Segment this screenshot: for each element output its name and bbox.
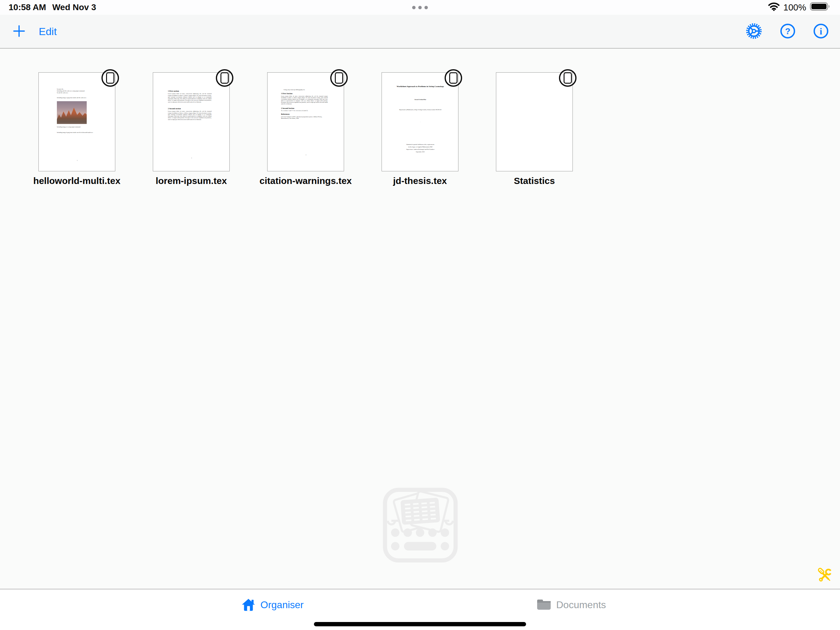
file-card-citation-warnings[interactable]: Citing entry from my bibliography [1]. 1… <box>267 72 344 171</box>
clock: 10:58 AM <box>9 2 46 12</box>
wrench-screwdriver-icon <box>816 567 833 584</box>
document-thumbnail <box>496 72 573 171</box>
document-thumbnail: In main file... Including sub-file sub-a… <box>38 72 115 171</box>
file-name: citation-warnings.tex <box>259 176 352 186</box>
home-icon <box>242 598 256 611</box>
tools-button[interactable] <box>816 567 833 585</box>
battery-icon <box>810 2 830 13</box>
file-card-lorem-ipsum[interactable]: 1 First section Lorem ipsum dolor sit am… <box>153 72 230 171</box>
tab-organiser-label: Organiser <box>261 599 304 611</box>
preview-text: Including image-b.png from inside root f… <box>57 131 107 133</box>
add-button[interactable] <box>12 24 26 39</box>
multitasking-dots-icon[interactable] <box>412 6 428 9</box>
help-button[interactable]: ? <box>780 23 796 40</box>
app-logo-watermark-icon <box>381 486 460 566</box>
file-name: jd-thesis.tex <box>393 176 447 186</box>
tab-documents-label: Documents <box>556 599 606 611</box>
preview-text: Including image-a.png from inside sub-fi… <box>57 97 107 98</box>
mountain-image <box>57 101 87 124</box>
file-grid: In main file... Including sub-file sub-a… <box>38 72 573 171</box>
preview-text: Including image.tex using input command: <box>57 126 107 128</box>
document-thumbnail: Citing entry from my bibliography [1]. 1… <box>267 72 344 171</box>
date: Wed Nov 3 <box>52 2 96 12</box>
document-thumbnail: 1 First section Lorem ipsum dolor sit am… <box>153 72 230 171</box>
device-badge-icon <box>559 69 576 87</box>
svg-text:i: i <box>820 26 822 36</box>
wifi-icon <box>768 2 780 13</box>
edit-button[interactable]: Edit <box>39 25 57 38</box>
typeset-settings-button[interactable] <box>745 22 763 41</box>
tab-organiser[interactable]: Organiser <box>242 589 304 620</box>
info-button[interactable]: i <box>813 23 829 40</box>
device-badge-icon <box>445 69 462 87</box>
file-card-statistics[interactable]: Statistics <box>496 72 573 171</box>
info-icon: i <box>813 23 829 39</box>
gear-icon <box>745 22 763 40</box>
file-name: lorem-ipsum.tex <box>156 176 227 186</box>
file-card-helloworld-multi[interactable]: In main file... Including sub-file sub-a… <box>38 72 115 171</box>
svg-text:?: ? <box>785 27 790 36</box>
preview-text: In sub-file sub-a.tex. <box>57 92 103 93</box>
folder-icon <box>537 598 551 611</box>
device-badge-icon <box>330 69 348 87</box>
home-indicator[interactable] <box>314 622 526 626</box>
device-badge-icon <box>101 69 119 87</box>
tab-documents[interactable]: Documents <box>537 589 606 620</box>
battery-percent: 100% <box>783 2 806 13</box>
device-badge-icon <box>216 69 234 87</box>
plus-icon <box>12 24 26 38</box>
file-name: Statistics <box>514 176 555 186</box>
status-bar: 10:58 AM Wed Nov 3 100% <box>0 0 840 15</box>
document-thumbnail: Worldsheet Approach to Problems in Strin… <box>382 72 458 171</box>
toolbar: Edit ? i <box>0 15 840 49</box>
file-name: helloworld-multi.tex <box>33 176 120 186</box>
question-icon: ? <box>780 23 796 39</box>
file-card-jd-thesis[interactable]: Worldsheet Approach to Problems in Strin… <box>382 72 458 171</box>
organiser-screen: 10:58 AM Wed Nov 3 100% <box>0 0 840 630</box>
